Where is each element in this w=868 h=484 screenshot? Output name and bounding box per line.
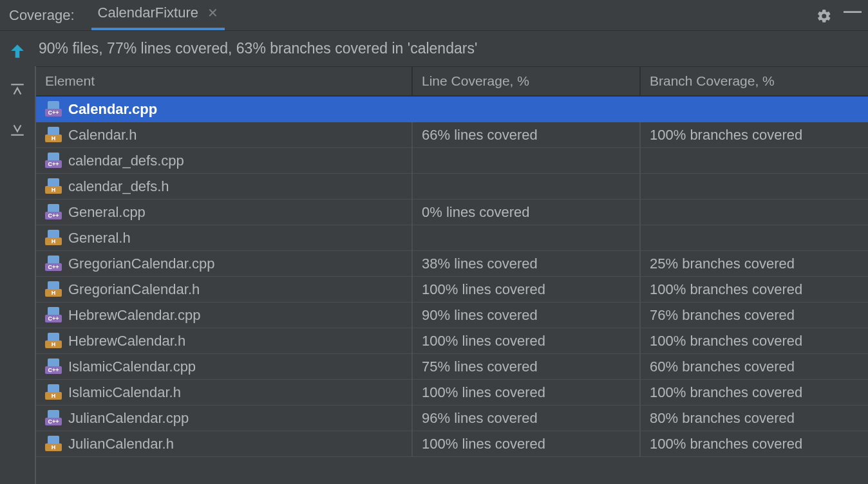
cpp-file-icon — [45, 307, 62, 324]
cpp-file-icon — [45, 358, 62, 375]
cell-branch-coverage: 60% branches covered — [641, 354, 868, 379]
table-row[interactable]: calendar_defs.cpp — [36, 148, 868, 174]
cell-element: General.cpp — [36, 200, 413, 225]
header-file-icon — [45, 333, 62, 349]
cell-line-coverage: 96% lines covered — [413, 405, 641, 431]
cell-element: IslamicCalendar.h — [36, 380, 413, 405]
cell-line-coverage — [413, 174, 641, 199]
column-branch[interactable]: Branch Coverage, % — [641, 67, 868, 95]
table-row[interactable]: General.cpp0% lines covered — [36, 200, 868, 225]
table-row[interactable]: GregorianCalendar.h100% lines covered100… — [36, 277, 868, 302]
filename: GregorianCalendar.cpp — [68, 256, 214, 272]
filename: GregorianCalendar.h — [68, 281, 200, 298]
table-row[interactable]: Calendar.h66% lines covered100% branches… — [36, 122, 868, 148]
cell-element: GregorianCalendar.h — [36, 277, 413, 302]
filename: JulianCalendar.cpp — [68, 410, 189, 427]
coverage-toolwindow: Coverage: CalendarFixture ✕ — — [0, 0, 868, 484]
go-up-icon[interactable] — [9, 42, 26, 62]
table-header: Element Line Coverage, % Branch Coverage… — [36, 66, 868, 97]
cell-line-coverage: 38% lines covered — [413, 251, 641, 276]
summary-text: 90% files, 77% lines covered, 63% branch… — [35, 31, 868, 66]
filename: calendar_defs.h — [68, 178, 169, 195]
cell-branch-coverage: 100% branches covered — [641, 328, 868, 353]
flatten-down-icon[interactable] — [9, 121, 26, 141]
cell-line-coverage: 75% lines covered — [413, 354, 641, 379]
cpp-file-icon — [45, 256, 62, 272]
cell-branch-coverage — [641, 200, 868, 225]
header-title: Coverage: — [9, 7, 75, 30]
gear-icon[interactable] — [816, 8, 832, 30]
filename: HebrewCalendar.cpp — [68, 307, 200, 324]
close-tab-icon[interactable]: ✕ — [207, 5, 218, 21]
header-file-icon — [45, 384, 62, 401]
cell-element: calendar_defs.cpp — [36, 148, 413, 173]
cell-element: IslamicCalendar.cpp — [36, 354, 413, 379]
cell-element: JulianCalendar.h — [36, 431, 413, 456]
filename: Calendar.h — [68, 127, 137, 144]
header-file-icon — [45, 178, 62, 195]
filename: calendar_defs.cpp — [68, 153, 184, 169]
cell-element: Calendar.cpp — [36, 97, 413, 122]
header-file-icon — [45, 230, 62, 247]
cell-line-coverage — [413, 225, 641, 250]
table-row[interactable]: HebrewCalendar.cpp90% lines covered76% b… — [36, 302, 868, 328]
cell-line-coverage: 100% lines covered — [413, 328, 641, 353]
cell-branch-coverage — [641, 148, 868, 173]
flatten-up-icon[interactable] — [9, 82, 26, 102]
table-row[interactable]: General.h — [36, 225, 868, 251]
gutter-toolbar — [0, 31, 35, 484]
cell-branch-coverage: 80% branches covered — [641, 405, 868, 431]
table-row[interactable]: JulianCalendar.h100% lines covered100% b… — [36, 431, 868, 457]
table-row[interactable]: IslamicCalendar.cpp75% lines covered60% … — [36, 354, 868, 380]
cell-element: HebrewCalendar.cpp — [36, 302, 413, 328]
cell-line-coverage: 100% lines covered — [413, 431, 641, 456]
cell-line-coverage: 66% lines covered — [413, 122, 641, 147]
table-row[interactable]: calendar_defs.h — [36, 174, 868, 200]
cell-branch-coverage: 100% branches covered — [641, 277, 868, 302]
cell-branch-coverage — [641, 174, 868, 199]
cell-branch-coverage — [641, 97, 868, 122]
cell-line-coverage: 0% lines covered — [413, 200, 641, 225]
svg-marker-0 — [11, 44, 24, 58]
cpp-file-icon — [45, 101, 62, 118]
cell-branch-coverage: 100% branches covered — [641, 431, 868, 456]
cell-line-coverage — [413, 148, 641, 173]
table-row[interactable]: IslamicCalendar.h100% lines covered100% … — [36, 380, 868, 405]
header-file-icon — [45, 281, 62, 298]
cell-line-coverage — [413, 97, 641, 122]
header-file-icon — [45, 436, 62, 452]
cell-line-coverage: 100% lines covered — [413, 380, 641, 405]
filename: General.cpp — [68, 204, 146, 221]
cpp-file-icon — [45, 204, 62, 221]
body: 90% files, 77% lines covered, 63% branch… — [0, 31, 868, 484]
filename: JulianCalendar.h — [68, 436, 174, 452]
cell-element: General.h — [36, 225, 413, 250]
column-element[interactable]: Element — [36, 67, 413, 95]
cell-element: calendar_defs.h — [36, 174, 413, 199]
cell-element: GregorianCalendar.cpp — [36, 251, 413, 276]
cpp-file-icon — [45, 153, 62, 169]
table-row[interactable]: HebrewCalendar.h100% lines covered100% b… — [36, 328, 868, 354]
coverage-table: Element Line Coverage, % Branch Coverage… — [35, 66, 868, 484]
main-panel: 90% files, 77% lines covered, 63% branch… — [35, 31, 868, 484]
cell-element: JulianCalendar.cpp — [36, 405, 413, 431]
filename: Calendar.cpp — [68, 101, 157, 118]
table-row[interactable]: Calendar.cpp — [36, 97, 868, 122]
table-row[interactable]: JulianCalendar.cpp96% lines covered80% b… — [36, 405, 868, 431]
column-line[interactable]: Line Coverage, % — [413, 67, 641, 95]
header-file-icon — [45, 127, 62, 144]
cell-branch-coverage: 100% branches covered — [641, 122, 868, 147]
tab-calendar-fixture[interactable]: CalendarFixture ✕ — [91, 0, 225, 30]
table-body: Calendar.cppCalendar.h66% lines covered1… — [36, 97, 868, 457]
toolwindow-header: Coverage: CalendarFixture ✕ — — [0, 0, 868, 31]
cell-branch-coverage: 76% branches covered — [641, 302, 868, 328]
hide-toolwindow-icon[interactable]: — — [844, 1, 860, 30]
cell-branch-coverage: 25% branches covered — [641, 251, 868, 276]
filename: IslamicCalendar.cpp — [68, 358, 196, 375]
filename: General.h — [68, 230, 131, 247]
cell-line-coverage: 90% lines covered — [413, 302, 641, 328]
table-row[interactable]: GregorianCalendar.cpp38% lines covered25… — [36, 251, 868, 277]
cell-line-coverage: 100% lines covered — [413, 277, 641, 302]
cell-branch-coverage — [641, 225, 868, 250]
filename: IslamicCalendar.h — [68, 384, 181, 401]
